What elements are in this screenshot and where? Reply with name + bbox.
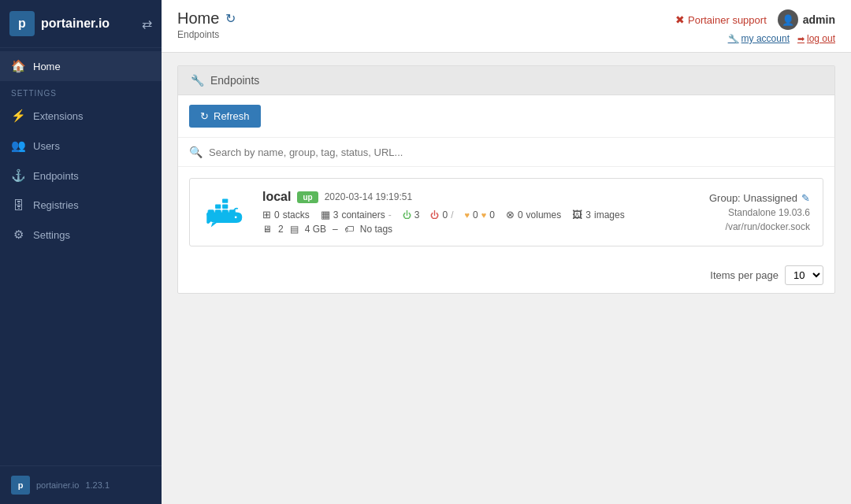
swap-icon[interactable]: ⇄ xyxy=(142,17,152,32)
endpoint-date: 2020-03-14 19:19:51 xyxy=(325,191,412,202)
footer-logo-text: portainer.io xyxy=(36,480,79,490)
endpoint-card[interactable]: local up 2020-03-14 19:19:51 ⊞ 0 stacks … xyxy=(189,178,823,246)
search-row: 🔍 xyxy=(178,138,834,167)
stacks-count: 0 xyxy=(274,209,280,220)
per-page-select[interactable]: 10 25 50 xyxy=(785,265,823,285)
registries-icon: 🗄 xyxy=(11,198,25,212)
memory-value: 4 GB xyxy=(305,224,326,235)
settings-icon: ⚙ xyxy=(11,228,25,242)
stacks-stat: ⊞ 0 stacks xyxy=(262,209,310,220)
images-icon: 🖼 xyxy=(572,209,582,220)
meta-sep: – xyxy=(333,224,338,235)
log-out-link[interactable]: ➡ log out xyxy=(797,33,835,44)
sidebar: p portainer.io ⇄ 🏠 Home SETTINGS ⚡ Exten… xyxy=(0,0,162,504)
users-icon: 👥 xyxy=(11,139,25,153)
volumes-count: 0 xyxy=(518,209,523,220)
home-icon: 🏠 xyxy=(11,59,25,73)
endpoint-right: Group: Unassigned ✎ Standalone 19.03.6 /… xyxy=(668,192,810,232)
my-account-label: my account xyxy=(741,33,790,44)
tags-label: No tags xyxy=(360,224,392,235)
images-count: 3 xyxy=(585,209,591,220)
sidebar-item-extensions-label: Extensions xyxy=(33,110,84,122)
log-out-label: log out xyxy=(807,33,835,44)
refresh-button[interactable]: ↻ Refresh xyxy=(189,105,261,128)
pagination-row: Items per page 10 25 50 xyxy=(178,258,834,293)
logo-text: portainer.io xyxy=(41,17,110,31)
sidebar-item-home-label: Home xyxy=(33,61,61,72)
memory-icon: ▤ xyxy=(290,224,299,235)
sidebar-item-users-label: Users xyxy=(33,140,60,152)
sidebar-item-settings[interactable]: ⚙ Settings xyxy=(0,220,162,250)
page-content: 🔧 Endpoints ↻ Refresh 🔍 xyxy=(162,53,851,504)
search-input[interactable] xyxy=(209,146,823,158)
sidebar-item-extensions[interactable]: ⚡ Extensions xyxy=(0,101,162,131)
top-header: Home ↻ Endpoints ✖ Portainer support 👤 a… xyxy=(162,0,851,53)
volumes-stat: ⊗ 0 volumes xyxy=(506,209,561,220)
group-text: Group: Unassigned xyxy=(709,192,797,204)
support-label: Portainer support xyxy=(688,14,767,26)
running-icon: ⏻ xyxy=(403,210,411,220)
running-count: 3 xyxy=(414,209,420,220)
sidebar-logo-area: p portainer.io ⇄ xyxy=(0,0,162,48)
paused-stat: ♥ 0 ♥ 0 xyxy=(464,209,494,220)
app-version: 1.23.1 xyxy=(85,480,110,490)
page-title-area: Home ↻ Endpoints xyxy=(177,9,236,40)
extensions-icon: ⚡ xyxy=(11,109,25,123)
containers-stat: ▦ 3 containers - xyxy=(321,209,392,220)
items-per-page-label: Items per page xyxy=(710,269,779,281)
my-account-link[interactable]: 🔧 my account xyxy=(728,33,790,44)
sidebar-item-endpoints[interactable]: ⚓ Endpoints xyxy=(0,161,162,191)
docker-logo xyxy=(203,195,250,230)
paused-icon: ♥ xyxy=(464,210,470,220)
svg-rect-6 xyxy=(222,198,228,202)
cpu-count: 2 xyxy=(278,224,284,235)
endpoint-name[interactable]: local xyxy=(262,190,291,204)
sidebar-item-users[interactable]: 👥 Users xyxy=(0,131,162,161)
page-title: Home ↻ xyxy=(177,9,236,28)
sidebar-item-endpoints-label: Endpoints xyxy=(33,170,79,182)
containers-label: containers xyxy=(341,209,385,220)
logo-icon: p xyxy=(9,11,35,36)
paused-count: 0 xyxy=(489,209,495,220)
endpoint-version: Standalone 19.03.6 xyxy=(728,207,810,218)
sidebar-item-registries[interactable]: 🗄 Registries xyxy=(0,191,162,220)
header-right-top: ✖ Portainer support 👤 admin xyxy=(675,9,835,30)
sidebar-item-registries-label: Registries xyxy=(33,199,79,211)
endpoints-wrench-icon: 🔧 xyxy=(191,74,204,87)
status-badge: up xyxy=(297,191,318,203)
endpoint-stats: ⊞ 0 stacks ▦ 3 containers - ⏻ 3 xyxy=(262,209,656,220)
containers-count: 3 xyxy=(333,209,339,220)
volumes-label: volumes xyxy=(526,209,562,220)
logout-icon: ➡ xyxy=(797,34,805,44)
sidebar-item-settings-label: Settings xyxy=(33,229,70,241)
svg-point-7 xyxy=(234,216,236,218)
paused-icon2: ♥ xyxy=(481,210,487,220)
endpoint-name-row: local up 2020-03-14 19:19:51 xyxy=(262,190,656,204)
containers-icon: ▦ xyxy=(321,209,330,220)
stacks-icon: ⊞ xyxy=(262,209,271,220)
settings-section-label: SETTINGS xyxy=(0,81,162,101)
breadcrumb: Endpoints xyxy=(177,29,236,40)
svg-rect-5 xyxy=(222,205,228,209)
search-icon: 🔍 xyxy=(189,146,203,158)
volumes-icon: ⊗ xyxy=(506,209,515,220)
cpu-icon: 🖥 xyxy=(262,224,272,235)
endpoint-socket: /var/run/docker.sock xyxy=(726,221,810,232)
sidebar-item-home[interactable]: 🏠 Home xyxy=(0,51,162,81)
stopped-stat: ⏻ 0 / xyxy=(430,209,453,220)
footer-logo-icon: p xyxy=(11,476,30,495)
svg-rect-4 xyxy=(215,205,221,209)
containers-sep: - xyxy=(388,209,392,220)
toolbar-row: ↻ Refresh xyxy=(178,95,834,138)
endpoints-content-card: 🔧 Endpoints ↻ Refresh 🔍 xyxy=(177,65,835,294)
endpoints-icon: ⚓ xyxy=(11,169,25,183)
docker-svg xyxy=(205,195,248,230)
support-link[interactable]: ✖ Portainer support xyxy=(675,13,767,26)
group-edit-icon[interactable]: ✎ xyxy=(801,192,810,204)
endpoints-section-header: 🔧 Endpoints xyxy=(178,66,834,95)
endpoint-info: local up 2020-03-14 19:19:51 ⊞ 0 stacks … xyxy=(262,190,656,235)
running-stat: ⏻ 3 xyxy=(403,209,420,220)
page-refresh-icon[interactable]: ↻ xyxy=(225,11,236,26)
endpoint-meta: 🖥 2 ▤ 4 GB – 🏷 No tags xyxy=(262,224,656,235)
paused-count-1: 0 xyxy=(473,209,478,220)
